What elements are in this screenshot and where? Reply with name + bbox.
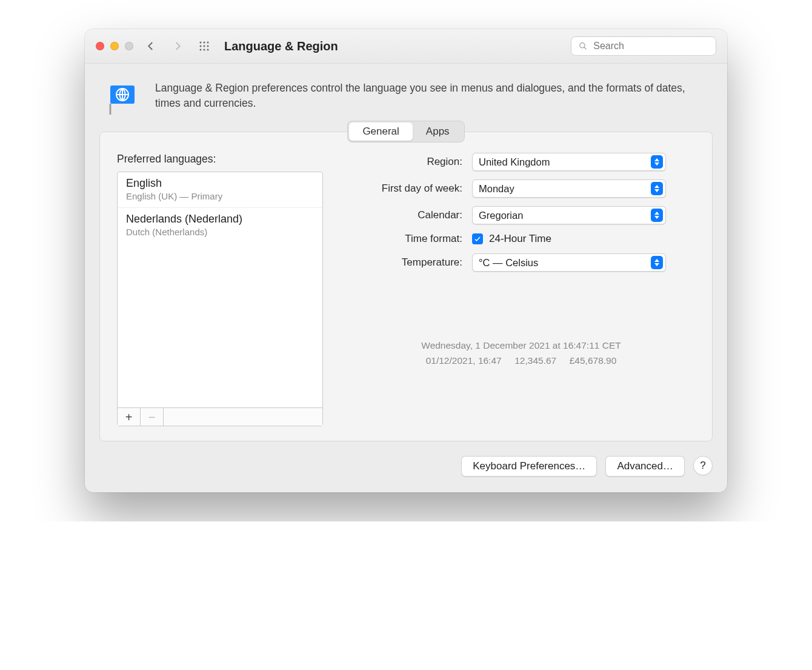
format-sample: Wednesday, 1 December 2021 at 16:47:11 C… bbox=[347, 338, 695, 369]
intro-text: Language & Region preferences control th… bbox=[155, 81, 709, 112]
footer-spacer bbox=[164, 408, 322, 426]
segmented-control: General Apps bbox=[347, 121, 464, 142]
sample-short-date: 01/12/2021, 16:47 bbox=[426, 355, 502, 366]
first-day-value: Monday bbox=[479, 183, 651, 195]
forward-button[interactable] bbox=[168, 38, 187, 54]
svg-point-7 bbox=[204, 49, 205, 51]
svg-point-8 bbox=[207, 49, 209, 51]
search-field[interactable] bbox=[571, 36, 716, 56]
svg-point-6 bbox=[200, 49, 202, 51]
24hour-label: 24-Hour Time bbox=[489, 233, 551, 245]
stepper-icon bbox=[651, 182, 663, 195]
svg-point-4 bbox=[204, 45, 205, 47]
stepper-icon bbox=[651, 256, 663, 269]
show-all-button[interactable] bbox=[195, 38, 213, 54]
intro-section: Language & Region preferences control th… bbox=[85, 64, 727, 124]
search-input[interactable] bbox=[592, 40, 708, 52]
language-list-footer: + − bbox=[118, 407, 322, 426]
check-icon bbox=[474, 235, 481, 243]
traffic-lights bbox=[96, 42, 133, 50]
stepper-icon bbox=[651, 209, 663, 222]
window-title: Language & Region bbox=[224, 39, 338, 53]
keyboard-preferences-button[interactable]: Keyboard Preferences… bbox=[461, 456, 597, 477]
sample-number: 12,345.67 bbox=[514, 355, 556, 366]
language-subtitle: Dutch (Netherlands) bbox=[126, 227, 314, 237]
region-select[interactable]: United Kingdom bbox=[472, 153, 666, 171]
language-subtitle: English (UK) — Primary bbox=[126, 191, 314, 201]
sample-currency: £45,678.90 bbox=[570, 355, 617, 366]
region-settings: Region: United Kingdom First day of week… bbox=[347, 153, 695, 426]
preferred-languages-section: Preferred languages: English English (UK… bbox=[117, 153, 323, 426]
language-item[interactable]: Nederlands (Nederland) Dutch (Netherland… bbox=[118, 208, 322, 243]
language-name: English bbox=[126, 177, 314, 190]
time-format-label: Time format: bbox=[347, 233, 462, 245]
close-window-button[interactable] bbox=[96, 42, 104, 50]
add-language-button[interactable]: + bbox=[118, 408, 141, 426]
minimize-window-button[interactable] bbox=[110, 42, 119, 50]
language-list: English English (UK) — Primary Nederland… bbox=[117, 172, 323, 426]
first-day-select[interactable]: Monday bbox=[472, 179, 666, 198]
region-value: United Kingdom bbox=[479, 156, 651, 168]
titlebar: Language & Region bbox=[85, 29, 727, 64]
sample-short-formats: 01/12/2021, 16:47 12,345.67 £45,678.90 bbox=[347, 353, 695, 369]
svg-point-9 bbox=[580, 43, 585, 48]
tab-bar: General Apps bbox=[85, 121, 727, 142]
language-name: Nederlands (Nederland) bbox=[126, 213, 314, 226]
temperature-select[interactable]: °C — Celsius bbox=[472, 253, 666, 272]
back-button[interactable] bbox=[142, 38, 160, 54]
temperature-label: Temperature: bbox=[347, 256, 462, 269]
bottom-bar: Keyboard Preferences… Advanced… ? bbox=[85, 456, 727, 492]
advanced-button[interactable]: Advanced… bbox=[605, 456, 685, 477]
remove-language-button[interactable]: − bbox=[141, 408, 164, 426]
svg-point-0 bbox=[200, 42, 202, 44]
sample-long-date: Wednesday, 1 December 2021 at 16:47:11 C… bbox=[347, 338, 695, 353]
preferred-languages-label: Preferred languages: bbox=[117, 153, 323, 166]
region-label: Region: bbox=[347, 156, 462, 168]
language-region-icon bbox=[103, 81, 142, 119]
calendar-select[interactable]: Gregorian bbox=[472, 206, 666, 224]
temperature-value: °C — Celsius bbox=[479, 257, 651, 269]
svg-point-5 bbox=[207, 45, 209, 47]
calendar-value: Gregorian bbox=[479, 210, 651, 221]
calendar-label: Calendar: bbox=[347, 209, 462, 221]
preferences-window: Language & Region Language & Region pref… bbox=[85, 29, 727, 492]
search-icon bbox=[579, 41, 587, 51]
zoom-window-button[interactable] bbox=[125, 42, 133, 50]
tab-general[interactable]: General bbox=[349, 122, 412, 141]
tab-apps[interactable]: Apps bbox=[413, 122, 463, 141]
svg-point-3 bbox=[200, 45, 202, 47]
svg-point-2 bbox=[207, 42, 209, 44]
language-item[interactable]: English English (UK) — Primary bbox=[118, 172, 322, 208]
first-day-label: First day of week: bbox=[347, 183, 462, 195]
stepper-icon bbox=[651, 155, 663, 169]
24hour-checkbox[interactable] bbox=[472, 233, 483, 244]
help-button[interactable]: ? bbox=[693, 456, 713, 475]
svg-line-10 bbox=[584, 47, 587, 50]
main-panel: Preferred languages: English English (UK… bbox=[99, 132, 713, 441]
svg-point-1 bbox=[204, 42, 205, 44]
